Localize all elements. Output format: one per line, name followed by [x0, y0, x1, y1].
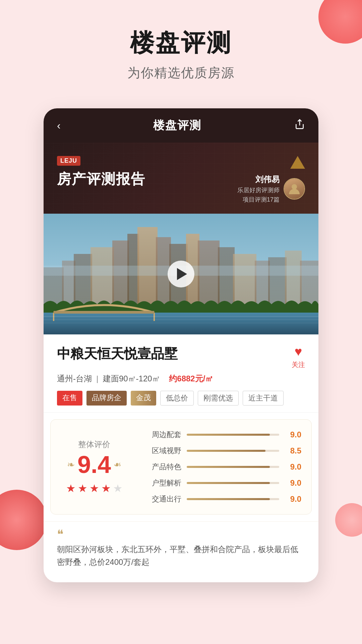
rating-row-4: 交通出行 9.0	[141, 494, 301, 504]
rating-bar-bg-0	[187, 434, 279, 436]
overall-rating-label: 整体评价	[78, 439, 110, 450]
property-price: 约6882元/㎡	[169, 374, 213, 383]
quote-section: ❝ 朝阳区孙河板块，东北五环外，平墅、叠拼和合院产品，板块最后低密野叠，总价24…	[44, 521, 318, 582]
star-4: ★	[101, 482, 111, 495]
hero-title: 楼盘评测	[13, 27, 349, 59]
rating-label-1: 区域视野	[141, 446, 181, 456]
hero-section: 楼盘评测 为你精选优质房源	[0, 0, 362, 95]
rating-label-4: 交通出行	[141, 494, 181, 504]
favorite-label: 关注	[292, 360, 305, 369]
reviewer-desc2: 项目评测17篇	[237, 196, 280, 204]
rating-bar-fill-3	[187, 482, 270, 484]
rating-score-0: 9.0	[285, 430, 301, 439]
bg-blob-bottom-right	[335, 503, 362, 537]
property-area: 建面90㎡-120㎡	[103, 374, 160, 383]
rating-label-2: 产品特色	[141, 462, 181, 472]
rating-score-2: 9.0	[285, 462, 301, 472]
rating-bar-fill-2	[187, 466, 270, 468]
report-banner: LEJU 房产评测报告 刘伟易 乐居好房评测师 项目评测17篇	[44, 143, 318, 214]
star-2: ★	[78, 482, 87, 495]
app-header: ‹ 楼盘评测	[44, 108, 318, 143]
quote-text: 朝阳区孙河板块，东北五环外，平墅、叠拼和合院产品，板块最后低密野叠，总价2400…	[57, 543, 305, 569]
property-info: 中粮天恒天悦壹品墅 ♥ 关注 通州-台湖 | 建面90㎡-120㎡ 约6882元…	[44, 334, 318, 413]
tag-near-road: 近主干道	[243, 391, 284, 406]
tag-jinmao: 金茂	[131, 391, 156, 406]
rating-row-0: 周边配套 9.0	[141, 430, 301, 440]
reviewer-text: 刘伟易 乐居好房评测师 项目评测17篇	[237, 174, 280, 204]
ratings-section: 整体评价 ❧ 9.4 ❧ ★ ★ ★ ★ ★ 周边配套 9.0	[50, 419, 312, 515]
favorite-button[interactable]: ♥ 关注	[292, 344, 305, 369]
tag-brand-enterprise: 品牌房企	[86, 391, 127, 406]
property-location: 通州-台湖	[57, 374, 92, 383]
svg-point-1	[292, 184, 297, 190]
play-triangle-icon	[177, 268, 187, 280]
star-1: ★	[66, 482, 76, 495]
app-header-title: 楼盘评测	[153, 118, 201, 133]
svg-rect-24	[44, 319, 318, 320]
rating-bar-fill-4	[187, 498, 270, 500]
report-left: LEJU 房产评测报告	[57, 156, 145, 189]
reviewer-info: 刘伟易 乐居好房评测师 项目评测17篇	[237, 174, 305, 204]
star-5: ★	[113, 482, 123, 495]
property-tags: 在售 品牌房企 金茂 低总价 刚需优选 近主干道	[57, 391, 305, 406]
svg-rect-23	[44, 316, 318, 317]
report-right: 刘伟易 乐居好房评测师 项目评测17篇	[237, 156, 305, 204]
play-button[interactable]	[168, 261, 194, 287]
reviewer-name: 刘伟易	[237, 174, 280, 185]
svg-rect-25	[44, 323, 318, 323]
ratings-breakdown: 周边配套 9.0 区域视野 8.5 产品特色 9.0	[141, 430, 301, 504]
rating-score-4: 9.0	[285, 494, 301, 504]
tag-just-need: 刚需优选	[198, 391, 239, 406]
property-name: 中粮天恒天悦壹品墅	[57, 344, 178, 363]
wheat-left-icon: ❧	[67, 459, 75, 470]
rating-bar-bg-3	[187, 482, 279, 484]
rating-bar-bg-4	[187, 498, 279, 500]
rating-row-3: 户型解析 9.0	[141, 478, 301, 488]
star-rating: ★ ★ ★ ★ ★	[66, 482, 123, 495]
rating-bar-fill-0	[187, 434, 270, 436]
overall-score: 9.4	[77, 452, 111, 477]
wheat-right-icon: ❧	[114, 459, 121, 470]
reviewer-desc1: 乐居好房评测师	[237, 186, 280, 194]
share-button[interactable]	[294, 119, 305, 132]
tag-on-sale: 在售	[57, 391, 82, 406]
property-header: 中粮天恒天悦壹品墅 ♥ 关注	[57, 344, 305, 369]
rating-label-0: 周边配套	[141, 430, 181, 440]
heart-icon: ♥	[295, 344, 302, 359]
svg-rect-22	[54, 311, 154, 314]
overall-rating: 整体评价 ❧ 9.4 ❧ ★ ★ ★ ★ ★	[61, 430, 128, 504]
quote-mark: ❝	[57, 528, 305, 540]
cityscape	[44, 214, 318, 334]
rating-row-1: 区域视野 8.5	[141, 446, 301, 456]
star-3: ★	[89, 482, 99, 495]
svg-rect-21	[44, 313, 318, 334]
video-section[interactable]	[44, 214, 318, 334]
wheat-decoration: ❧ 9.4 ❧	[67, 452, 121, 477]
rating-score-3: 9.0	[285, 478, 301, 488]
rating-bar-bg-1	[187, 450, 279, 452]
report-title: 房产评测报告	[57, 170, 145, 189]
triangle-decoration	[290, 156, 305, 169]
bg-blob-bottom-left	[0, 490, 47, 550]
tag-low-price: 低总价	[160, 391, 194, 406]
rating-bar-fill-1	[187, 450, 265, 452]
rating-row-2: 产品特色 9.0	[141, 462, 301, 472]
phone-mockup: ‹ 楼盘评测 LEJU 房产评测报告 刘伟易 乐居好房评测师 项目评测17篇	[44, 108, 318, 582]
leju-logo: LEJU	[57, 156, 80, 166]
hero-subtitle: 为你精选优质房源	[13, 64, 349, 82]
rating-score-1: 8.5	[285, 446, 301, 455]
property-details: 通州-台湖 | 建面90㎡-120㎡ 约6882元/㎡	[57, 373, 305, 384]
rating-label-3: 户型解析	[141, 478, 181, 488]
back-button[interactable]: ‹	[57, 119, 61, 132]
avatar	[284, 178, 305, 200]
rating-bar-bg-2	[187, 466, 279, 468]
